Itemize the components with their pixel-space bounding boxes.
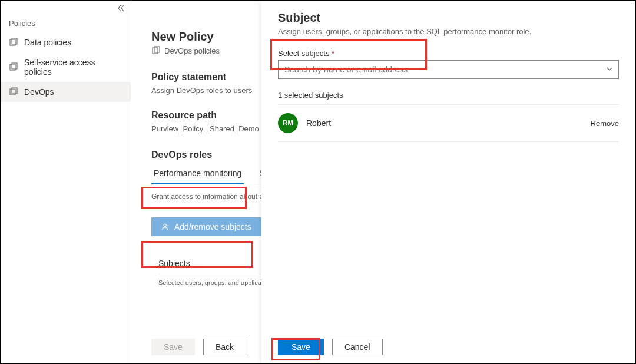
selected-subject-name: Robert (306, 118, 591, 128)
selected-count: 1 selected subjects (278, 91, 619, 100)
sidebar-item-data-policies[interactable]: Data policies (1, 32, 131, 52)
policy-icon (9, 62, 18, 72)
back-button[interactable]: Back (203, 339, 246, 355)
panel-save-button[interactable]: Save (278, 339, 324, 355)
policy-icon (151, 46, 161, 55)
sidebar: Policies Data policies Self-service acce… (1, 1, 131, 363)
avatar: RM (278, 113, 298, 133)
policy-icon (9, 87, 18, 97)
panel-footer: Save Cancel (278, 339, 383, 355)
person-icon (161, 223, 170, 231)
panel-subtitle: Assign users, groups, or applications to… (278, 27, 619, 36)
subject-search-input[interactable] (278, 60, 619, 79)
selected-subject-row: RM Robert Remove (278, 104, 619, 142)
add-remove-subjects-label: Add/remove subjects (174, 222, 251, 231)
panel-cancel-button[interactable]: Cancel (332, 339, 383, 355)
sidebar-item-label: DevOps (24, 87, 54, 97)
remove-subject-button[interactable]: Remove (591, 119, 619, 128)
subject-panel: Subject Assign users, groups, or applica… (261, 1, 635, 363)
tab-performance-monitoring[interactable]: Performance monitoring (151, 164, 244, 184)
panel-title: Subject (278, 11, 619, 25)
sidebar-item-devops[interactable]: DevOps (1, 82, 131, 102)
search-wrap (278, 60, 619, 79)
breadcrumb-label: DevOps policies (164, 47, 220, 55)
sidebar-item-label: Self-service access policies (24, 58, 122, 77)
policy-icon (9, 38, 18, 47)
add-remove-subjects-button[interactable]: Add/remove subjects (151, 217, 261, 236)
main-footer: Save Back (151, 339, 246, 355)
sidebar-item-self-service[interactable]: Self-service access policies (1, 52, 131, 82)
sidebar-title: Policies (1, 15, 131, 32)
sidebar-item-label: Data policies (24, 38, 71, 47)
select-subjects-label: Select subjects * (278, 49, 619, 58)
collapse-icon[interactable] (117, 4, 126, 13)
main-save-button[interactable]: Save (151, 339, 195, 355)
svg-point-8 (164, 224, 166, 226)
